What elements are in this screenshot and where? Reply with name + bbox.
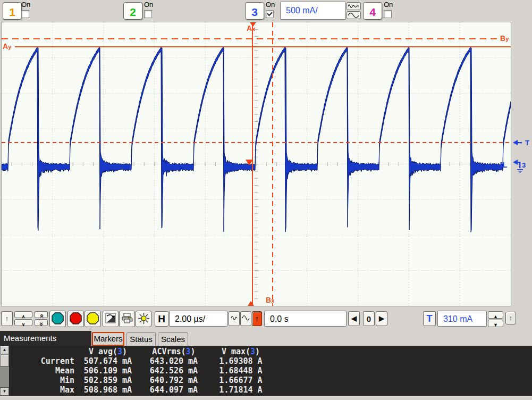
channel1-on-label: On [21, 1, 30, 9]
stop-button[interactable] [67, 311, 84, 327]
coarse-up-button[interactable]: » [35, 311, 48, 318]
channel2-on-group: On [144, 1, 153, 18]
autoscale-icon [105, 312, 116, 324]
channel4-label: 4 [369, 6, 376, 18]
channel4-on-group: On [384, 1, 393, 18]
waveform-display[interactable]: Ax Bx Ay By IL [1, 22, 511, 306]
measurement-value: 508.968 mA [74, 385, 141, 395]
coarse-down-button[interactable]: » [35, 319, 48, 326]
measurements-scrollbar[interactable]: ▲ ▼ [0, 346, 9, 396]
trigger-position-reset-button[interactable]: ↑ [252, 311, 262, 326]
trigger-level-field[interactable]: 310 mA [437, 311, 487, 327]
trigger-level-up-button[interactable]: ▲ [488, 311, 503, 319]
printer-icon [121, 313, 133, 323]
measurement-row: Current507.674 mA643.020 mA1.69308 A [9, 356, 275, 366]
run-octagon-icon [52, 312, 64, 324]
scroll-down-icon: ▼ [3, 389, 7, 394]
ground-reference-icon: 3 [512, 158, 530, 173]
double-chevron-up-icon: » [38, 314, 44, 318]
channel3-on-checkbox[interactable] [266, 10, 274, 18]
cursor-bx-line[interactable] [272, 22, 273, 306]
bottom-strip [0, 396, 532, 400]
tab-status[interactable]: Status [126, 332, 156, 346]
measurement-value: 640.792 mA [141, 376, 206, 385]
measurement-column-header: ACVrms(3) [141, 347, 206, 356]
scrollbar-up-button[interactable]: ▲ [0, 346, 9, 354]
delay-left-button[interactable]: ◀ [348, 311, 360, 326]
channel3-scale-field[interactable]: 500 mA/ [280, 2, 346, 20]
measurement-value: 1.66677 A [206, 376, 275, 385]
trigger-menu-button[interactable]: T [423, 311, 436, 326]
measurement-row-label: Min [9, 376, 74, 385]
display-brightness-button[interactable] [136, 311, 151, 327]
channel3-scale-fine-button[interactable] [347, 11, 361, 19]
channel3-button[interactable]: 3 [245, 2, 264, 20]
fine-up-button[interactable]: ∧ [14, 311, 32, 318]
trigger-position-marker[interactable] [250, 22, 256, 27]
channel1-on-checkbox[interactable] [21, 10, 29, 18]
trigger-level-marker[interactable]: T [512, 138, 531, 149]
wide-wave-icon [242, 314, 250, 322]
single-button[interactable] [85, 311, 101, 327]
channel-toolbar: 1 On 2 On 3 On 500 mA/ 4 On [0, 0, 532, 22]
horizontal-position-field[interactable]: 0.0 s [264, 311, 347, 327]
measurement-row-label: Max [9, 385, 74, 395]
channel2-button[interactable]: 2 [123, 2, 142, 20]
trigger-point-marker [246, 160, 253, 165]
measurements-panel: V avg(3)ACVrms(3)V max(3)Current507.674 … [0, 346, 532, 396]
scrollbar-down-button[interactable]: ▼ [0, 387, 9, 396]
trigger-arrow-icon: T [512, 138, 531, 147]
trigger-level-line[interactable] [2, 142, 511, 143]
channel1-on-group: On [21, 1, 30, 18]
timebase-zoom-out-button[interactable] [229, 311, 240, 326]
cursor-by-line[interactable] [2, 38, 500, 39]
channel3-on-label: On [266, 1, 275, 9]
trigger-level-down-button[interactable]: ▼ [488, 320, 503, 327]
measurement-value: 1.71814 A [206, 385, 275, 395]
channel1-button[interactable]: 1 [3, 2, 22, 20]
cursor-ax-bottom-marker[interactable] [248, 301, 254, 306]
svg-text:3: 3 [522, 161, 526, 169]
measurement-value: 1.69308 A [206, 356, 275, 366]
measurement-value: 642.526 mA [141, 366, 206, 376]
oscilloscope-app: 1 On 2 On 3 On 500 mA/ 4 On [0, 0, 532, 400]
autoscale-button[interactable] [103, 311, 119, 327]
up-arrow-icon: ↑ [255, 314, 259, 323]
cursor-ay-line[interactable] [15, 46, 511, 47]
scroll-top-button[interactable]: ↑ [1, 311, 13, 326]
delay-zero-button[interactable]: 0 [363, 311, 375, 326]
tab-markers[interactable]: Markers [92, 332, 124, 346]
scroll-up-icon: ▲ [3, 347, 7, 352]
print-button[interactable] [119, 311, 135, 327]
fine-down-button[interactable]: ∨ [14, 319, 32, 326]
cursor-ay-label: Ay [3, 43, 11, 51]
up-arrow-icon: ↑ [5, 314, 9, 322]
channel3-scale-coarse-button[interactable] [347, 2, 361, 10]
measurement-value: 644.097 mA [141, 385, 206, 395]
trigger-marker-button[interactable]: ↑ [505, 312, 516, 324]
channel4-button[interactable]: 4 [363, 2, 382, 20]
measurement-value: 1.68448 A [206, 366, 275, 376]
up-arrow-icon: ↑ [509, 314, 513, 322]
channel3-ground-marker[interactable]: 3 [512, 158, 530, 175]
double-chevron-down-icon: » [38, 322, 44, 326]
horizontal-menu-button[interactable]: H [155, 311, 168, 327]
channel2-label: 2 [130, 6, 136, 18]
tab-measurements[interactable]: Measurements [0, 331, 91, 346]
horizontal-trigger-toolbar: ↑ ∧ ∨ » » [0, 310, 532, 331]
timebase-zoom-in-button[interactable] [240, 311, 251, 326]
channel2-on-label: On [144, 1, 153, 9]
chevron-down-icon: ∨ [22, 322, 26, 327]
measurement-row: Min502.859 mA640.792 mA1.66677 A [9, 376, 275, 385]
measurements-table: V avg(3)ACVrms(3)V max(3)Current507.674 … [9, 347, 275, 395]
tab-scales[interactable]: Scales [158, 332, 188, 346]
channel4-on-checkbox[interactable] [384, 10, 392, 18]
stop-octagon-icon [70, 312, 82, 324]
measurement-value: 502.859 mA [74, 376, 141, 385]
cursor-by-label: By [500, 35, 509, 43]
timebase-field[interactable]: 2.00 µs/ [169, 311, 227, 327]
run-button[interactable] [49, 311, 66, 327]
scrollbar-thumb[interactable] [0, 355, 9, 366]
channel2-on-checkbox[interactable] [144, 10, 152, 18]
delay-right-button[interactable]: ▶ [376, 311, 387, 326]
